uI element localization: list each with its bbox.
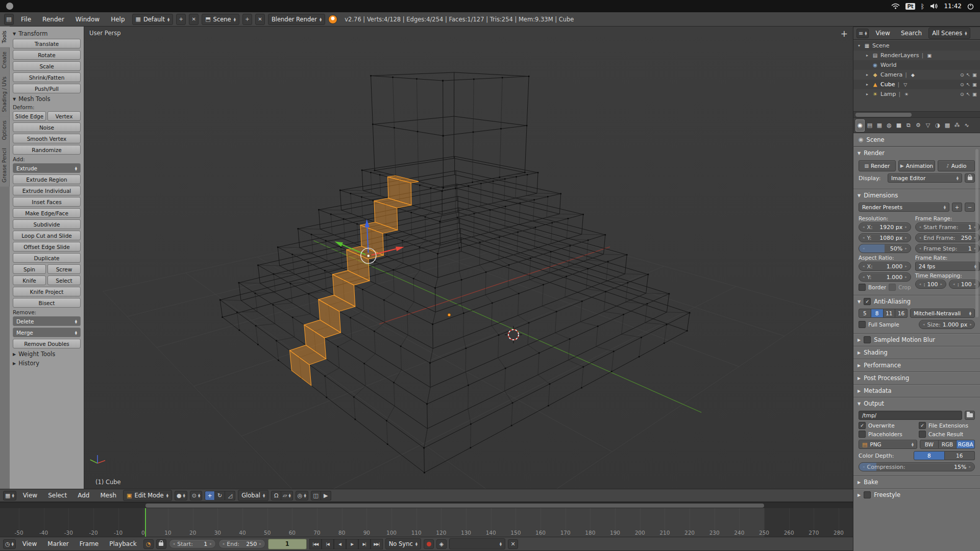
lock-time-button[interactable] <box>156 539 166 549</box>
selectability-icon[interactable]: ↖ <box>966 82 970 87</box>
menu-view[interactable]: View <box>19 492 41 499</box>
current-frame-line[interactable] <box>145 508 146 537</box>
properties-tab-constraints[interactable]: ⧉ <box>904 119 913 132</box>
menu-select[interactable]: Select <box>44 492 71 499</box>
editor-type-timeline-button[interactable]: ◷ <box>3 539 16 549</box>
cache-result-checkbox[interactable] <box>919 431 926 438</box>
viewport-shading-select[interactable]: ● <box>175 491 187 500</box>
properties-scrollbar[interactable] <box>975 149 978 317</box>
full-sample-checkbox[interactable] <box>859 321 866 328</box>
frame-rate-select[interactable]: 24 fps <box>915 262 980 271</box>
resolution-percentage-slider[interactable]: 50% <box>859 244 911 253</box>
end-frame-field[interactable]: End Frame:250 <box>915 233 980 242</box>
display-mode-select[interactable]: Image Editor <box>888 173 962 183</box>
panel-header-output[interactable]: ▼Output <box>853 397 980 410</box>
frame-step-field[interactable]: Frame Step:1 <box>915 244 980 253</box>
jump-to-start-button[interactable]: |◀◀ <box>309 539 322 549</box>
outliner-row-camera[interactable]: ▸◆Camera|◆⊙↖▣ <box>853 70 980 80</box>
color-mode-rgb-button[interactable]: RGB <box>939 440 957 449</box>
menu-view[interactable]: View <box>871 30 894 37</box>
menu-file[interactable]: File <box>17 16 35 23</box>
motion-blur-checkbox[interactable] <box>864 336 871 343</box>
menu-view[interactable]: View <box>18 540 41 547</box>
current-frame-field[interactable]: 1 <box>268 539 307 549</box>
frame-start-field[interactable]: Start:1 <box>169 539 216 548</box>
outliner-row-lamp[interactable]: ▸☀Lamp|☀⊙↖▣ <box>853 89 980 99</box>
pivot-point-select[interactable]: ⊙ <box>190 491 202 500</box>
spin-button[interactable]: Spin <box>13 264 46 274</box>
expander-icon[interactable]: ▸ <box>865 82 870 87</box>
smooth-vertex-button[interactable]: Smooth Vertex <box>13 134 81 143</box>
shelf-panel-header-transform[interactable]: ▼Transform <box>13 30 81 37</box>
timeline-track[interactable]: -50-40-30-20-100102030405060708090100110… <box>0 508 853 537</box>
translate-button[interactable]: Translate <box>13 39 81 48</box>
selectability-icon[interactable]: ↖ <box>966 91 970 97</box>
snap-element-select[interactable]: ▱ <box>281 491 293 500</box>
extrude-menu[interactable]: Extrude <box>13 163 81 173</box>
jump-to-end-button[interactable]: ▶▶| <box>371 539 383 549</box>
scale-manipulator-button[interactable]: ◿ <box>225 491 235 500</box>
properties-tab-modifiers[interactable]: ⚙ <box>914 119 923 132</box>
crop-checkbox[interactable] <box>889 284 896 291</box>
opengl-render-still-button[interactable]: ◫ <box>311 491 321 500</box>
bisect-button[interactable]: Bisect <box>13 298 81 308</box>
scene-select[interactable]: ⬒ Scene <box>202 14 239 25</box>
select-button[interactable]: Select <box>47 276 81 285</box>
menu-window[interactable]: Window <box>71 16 104 23</box>
power-icon[interactable] <box>967 3 974 10</box>
menu-help[interactable]: Help <box>107 16 129 23</box>
make-edge-face-button[interactable]: Make Edge/Face <box>13 208 81 218</box>
outliner-row-world[interactable]: ◉World <box>853 60 980 70</box>
lock-interface-button[interactable] <box>965 173 975 183</box>
merge-menu[interactable]: Merge <box>13 328 81 337</box>
color-depth-8-button[interactable]: 8 <box>914 451 945 460</box>
expander-icon[interactable]: ▸ <box>865 72 870 77</box>
aa-samples-11-button[interactable]: 11 <box>884 309 896 318</box>
visibility-eye-icon[interactable]: ⊙ <box>960 91 964 97</box>
properties-tab-object-data[interactable]: ▽ <box>923 119 933 132</box>
resolution-x-field[interactable]: X:1920 px <box>859 222 911 232</box>
outliner-display-mode-select[interactable]: All Scenes <box>928 28 970 39</box>
render-presets-select[interactable]: Render Presets <box>859 203 949 212</box>
delete-layout-button[interactable]: ✕ <box>189 14 199 25</box>
selected-face-strip[interactable] <box>290 176 419 385</box>
color-depth-16-button[interactable]: 16 <box>945 451 975 460</box>
3d-scene[interactable] <box>84 27 853 489</box>
outliner-row-renderlayers[interactable]: ▸▤RenderLayers|▣ <box>853 51 980 60</box>
editor-type-3dview-button[interactable]: ▦ <box>3 491 16 500</box>
placeholders-checkbox[interactable] <box>859 431 866 438</box>
play-reverse-button[interactable]: ◀ <box>334 539 346 549</box>
delete-menu[interactable]: Delete <box>13 316 81 326</box>
menu-render[interactable]: Render <box>38 16 68 23</box>
bluetooth-icon[interactable]: ᛒ <box>921 3 925 10</box>
browse-output-path-button[interactable] <box>965 411 975 420</box>
3d-viewport[interactable]: User Persp (1) Cube + <box>84 27 853 489</box>
antialiasing-checkbox[interactable] <box>864 298 871 305</box>
color-mode-bw-button[interactable]: BW <box>920 440 939 449</box>
screen-layout-select[interactable]: ▦ Default <box>132 14 174 25</box>
aa-filter-select[interactable]: Mitchell-Netravali <box>910 309 975 318</box>
opengl-render-anim-button[interactable]: ▶ <box>321 491 331 500</box>
panel-header-dimensions[interactable]: ▼Dimensions <box>853 189 980 202</box>
inset-faces-button[interactable]: Inset Faces <box>13 197 81 207</box>
offset-edge-slide-button[interactable]: Offset Edge Slide <box>13 242 81 252</box>
border-checkbox[interactable] <box>859 284 866 291</box>
frame-end-field[interactable]: End:250 <box>218 539 265 548</box>
shelf-panel-header-weight-tools[interactable]: ▶Weight Tools <box>13 350 81 358</box>
properties-tab-physics[interactable]: ∿ <box>962 119 971 132</box>
menu-frame[interactable]: Frame <box>76 540 103 547</box>
menu-mesh[interactable]: Mesh <box>96 492 120 499</box>
panel-header-bake[interactable]: ▶Bake <box>853 476 980 488</box>
resolution-y-field[interactable]: Y:1080 px <box>859 233 911 242</box>
renderability-icon[interactable]: ▣ <box>972 72 977 78</box>
aa-size-field[interactable]: Size:1.000 px <box>919 320 975 329</box>
system-menu-icon[interactable] <box>6 3 13 10</box>
subdivide-button[interactable]: Subdivide <box>13 219 81 229</box>
aa-samples-16-button[interactable]: 16 <box>895 309 908 318</box>
add-scene-button[interactable]: + <box>242 14 252 25</box>
properties-tab-scene[interactable]: ▦ <box>875 119 884 132</box>
compression-slider[interactable]: Compression:15% <box>859 462 975 471</box>
visibility-eye-icon[interactable]: ⊙ <box>960 72 964 78</box>
pyramid-wireframe[interactable] <box>220 72 690 472</box>
extrude-region-button[interactable]: Extrude Region <box>13 174 81 184</box>
